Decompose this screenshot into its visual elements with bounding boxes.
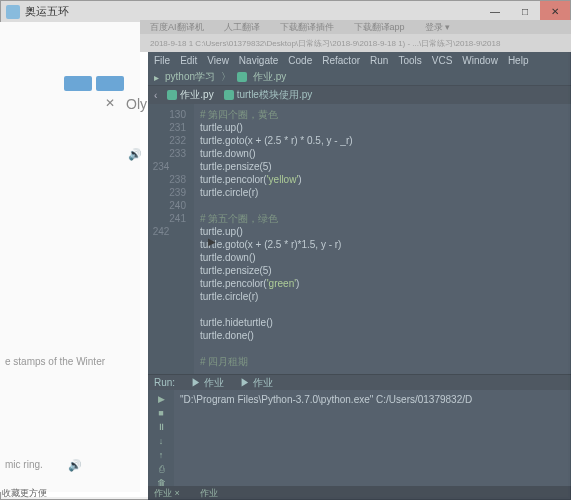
browser-background <box>0 22 140 492</box>
menu-navigate[interactable]: Navigate <box>239 55 278 66</box>
run-panel: ▶ ■ ⏸ ↓ ↑ ⎙ 🗑 "D:\Program Files\Python-3… <box>148 390 571 490</box>
crumb-file[interactable]: 作业.py <box>253 70 286 84</box>
menu-tools[interactable]: Tools <box>398 55 421 66</box>
print-icon[interactable]: ⎙ <box>156 464 166 474</box>
chevron-right-icon: 〉 <box>221 70 231 84</box>
tab-active[interactable]: 作业.py <box>167 88 213 102</box>
sound-icon-2[interactable]: 🔊 <box>68 459 82 472</box>
rerun-icon[interactable]: ▶ <box>156 394 166 404</box>
console-output[interactable]: "D:\Program Files\Python-3.7.0\python.ex… <box>174 390 571 490</box>
breadcrumb: ▸ python学习 〉 作业.py <box>148 69 571 86</box>
pause-icon[interactable]: ⏸ <box>156 422 166 432</box>
tab-label: turtle模块使用.py <box>237 88 313 102</box>
python-file-icon <box>167 90 177 100</box>
turtle-cursor-icon: ▶ <box>208 236 216 247</box>
translate-button-1[interactable] <box>64 76 92 91</box>
code-area[interactable]: # 第四个圈，黄色 turtle.up() turtle.goto(x + (2… <box>194 104 571 374</box>
status-item[interactable]: 作业 × <box>154 487 180 500</box>
python-file-icon <box>237 72 247 82</box>
translate-button-2[interactable] <box>96 76 124 91</box>
up-icon[interactable]: ↑ <box>156 450 166 460</box>
tab-inactive[interactable]: turtle模块使用.py <box>224 88 313 102</box>
menu-edit[interactable]: Edit <box>180 55 197 66</box>
close-x-icon[interactable]: ✕ <box>105 96 115 110</box>
menu-vcs[interactable]: VCS <box>432 55 453 66</box>
toolbar-link[interactable]: 百度AI翻译机 <box>150 21 204 34</box>
toolbar-link[interactable]: 下载翻译插件 <box>280 21 334 34</box>
menu-window[interactable]: Window <box>462 55 498 66</box>
chevron-left-icon[interactable]: ‹ <box>154 90 157 101</box>
run-tab[interactable]: ▶ 作业 <box>240 376 273 390</box>
oly-text: Oly <box>126 96 147 112</box>
menu-view[interactable]: View <box>207 55 229 66</box>
code-editor[interactable]: 130 231 232 233 234 238 239 240 241 242 … <box>148 104 571 374</box>
stamps-text: e stamps of the Winter <box>5 356 105 367</box>
folder-icon: ▸ <box>154 72 159 83</box>
status-item[interactable]: 作业 <box>200 487 218 500</box>
editor-tabs: ‹ 作业.py turtle模块使用.py <box>148 86 571 104</box>
tab-label: 作业.py <box>180 88 213 102</box>
ide-titlebar-path: 2018-9-18 1 C:\Users\01379832\Desktop\日常… <box>140 34 571 52</box>
toolbar-link[interactable]: 下载翻译app <box>354 21 405 34</box>
stop-icon[interactable]: ■ <box>156 408 166 418</box>
run-tab[interactable]: ▶ 作业 <box>191 376 224 390</box>
browser-toolbar: 百度AI翻译机 人工翻译 下载翻译插件 下载翻译app 登录 ▾ <box>140 20 571 34</box>
menu-help[interactable]: Help <box>508 55 529 66</box>
menu-run[interactable]: Run <box>370 55 388 66</box>
line-gutter: 130 231 232 233 234 238 239 240 241 242 <box>148 104 194 374</box>
mic-text: mic ring. <box>5 459 43 470</box>
window-title: 奥运五环 <box>25 4 480 19</box>
menu-refactor[interactable]: Refactor <box>322 55 360 66</box>
crumb-folder[interactable]: python学习 <box>165 70 215 84</box>
toolbar-link[interactable]: 登录 ▾ <box>425 21 451 34</box>
menu-code[interactable]: Code <box>288 55 312 66</box>
sound-icon[interactable]: 🔊 <box>128 148 142 161</box>
python-file-icon <box>224 90 234 100</box>
pycharm-window: File Edit View Navigate Code Refactor Ru… <box>148 52 571 500</box>
ide-menubar: File Edit View Navigate Code Refactor Ru… <box>148 52 571 69</box>
toolbar-link[interactable]: 人工翻译 <box>224 21 260 34</box>
bottom-text: 收藏更方便 <box>2 487 47 500</box>
down-icon[interactable]: ↓ <box>156 436 166 446</box>
run-header: Run: ▶ 作业 ▶ 作业 <box>148 374 571 390</box>
feather-icon <box>6 5 20 19</box>
run-toolbar: ▶ ■ ⏸ ↓ ↑ ⎙ 🗑 <box>148 390 174 490</box>
ide-statusbar: 作业 × 作业 <box>148 486 571 500</box>
menu-file[interactable]: File <box>154 55 170 66</box>
run-label: Run: <box>154 377 175 388</box>
path-text: 2018-9-18 1 C:\Users\01379832\Desktop\日常… <box>150 38 500 49</box>
